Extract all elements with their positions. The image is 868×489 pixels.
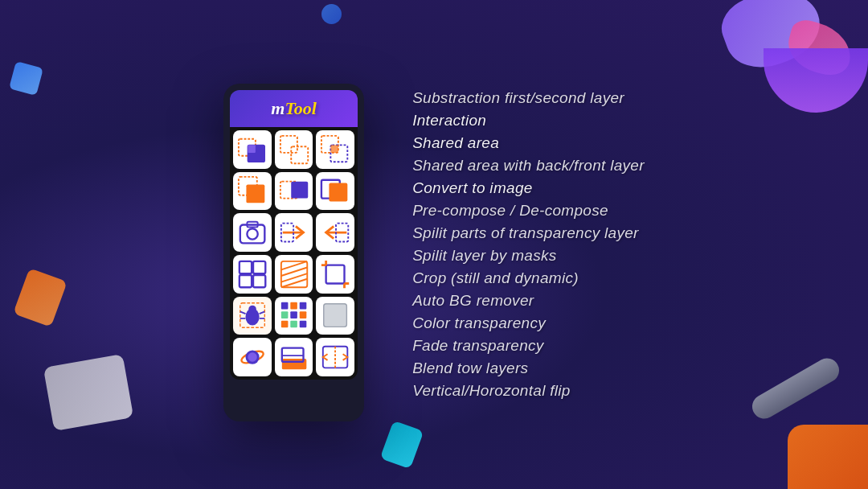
intersect-icon <box>320 134 350 165</box>
feature-item-13: Blend tow layers <box>412 360 645 377</box>
icon-cell-2[interactable] <box>275 130 313 169</box>
svg-rect-23 <box>240 275 252 287</box>
icon-grid <box>230 127 358 380</box>
main-content: mTool <box>0 0 868 489</box>
svg-rect-51 <box>324 304 347 327</box>
svg-rect-48 <box>280 321 288 328</box>
icon-cell-12[interactable] <box>316 255 354 294</box>
feature-item-11: Color transparency <box>412 314 645 332</box>
svg-rect-2 <box>248 145 256 153</box>
svg-rect-43 <box>290 302 297 310</box>
svg-rect-24 <box>253 275 265 287</box>
icon-cell-10[interactable] <box>233 255 272 294</box>
substraction-icon <box>237 134 268 165</box>
svg-rect-7 <box>331 145 339 153</box>
fill-square-icon <box>237 175 268 206</box>
icon-cell-13[interactable] <box>233 297 272 335</box>
white-square-icon <box>320 300 350 331</box>
phone-mockup: mTool <box>223 84 364 421</box>
icon-cell-7[interactable] <box>233 213 272 252</box>
logo-suffix: Tool <box>285 98 317 118</box>
icon-cell-14[interactable] <box>275 297 313 335</box>
icon-cell-18[interactable] <box>316 338 354 376</box>
svg-point-54 <box>248 352 256 361</box>
flip-icon <box>320 342 350 372</box>
overlap-square-icon <box>279 175 309 206</box>
feature-item-9: Crop (still and dynamic) <box>412 269 645 287</box>
svg-rect-47 <box>299 312 306 319</box>
arrow-left-icon <box>320 217 350 248</box>
icon-cell-6[interactable] <box>316 172 354 211</box>
app-logo: mTool <box>240 98 348 119</box>
svg-rect-4 <box>291 146 308 163</box>
icon-cell-4[interactable] <box>233 172 272 211</box>
svg-point-37 <box>248 306 256 314</box>
mosaic-icon <box>279 300 309 331</box>
lines-icon <box>279 259 309 290</box>
crop-icon <box>320 259 350 290</box>
icon-cell-17[interactable] <box>275 338 313 376</box>
svg-rect-13 <box>330 183 348 202</box>
svg-rect-11 <box>291 182 308 199</box>
icon-cell-16[interactable] <box>233 338 272 376</box>
svg-rect-9 <box>246 185 264 203</box>
arrow-right-icon <box>279 217 309 248</box>
icon-cell-11[interactable] <box>275 255 313 294</box>
feature-item-1: Substraction first/second layer <box>412 89 645 107</box>
svg-rect-22 <box>253 261 265 273</box>
feature-item-8: Spilit layer by masks <box>412 247 645 265</box>
icon-cell-3[interactable] <box>316 130 354 169</box>
phone-header: mTool <box>230 90 358 127</box>
feature-item-2: Interaction <box>412 112 645 129</box>
svg-line-38 <box>240 312 246 314</box>
svg-rect-50 <box>299 321 306 328</box>
icon-cell-9[interactable] <box>316 213 354 252</box>
saturn-icon <box>237 342 268 372</box>
feature-item-4: Shared area with back/front layer <box>412 157 645 175</box>
feature-item-5: Convert to image <box>412 179 645 197</box>
feature-item-12: Fade transparency <box>412 337 645 355</box>
grid-icon <box>237 259 268 290</box>
svg-rect-21 <box>240 261 252 273</box>
logo-prefix: m <box>271 98 285 118</box>
layer-square-icon <box>320 175 350 206</box>
svg-rect-30 <box>326 265 345 283</box>
feature-list: Substraction first/second layer Interact… <box>412 89 645 400</box>
svg-point-15 <box>247 228 257 239</box>
feature-item-6: Pre-compose / De-compose <box>412 202 645 220</box>
svg-rect-46 <box>290 312 297 319</box>
svg-rect-44 <box>299 302 306 310</box>
bug-icon <box>237 300 268 331</box>
icon-cell-8[interactable] <box>275 213 313 252</box>
svg-rect-49 <box>290 321 297 328</box>
icon-cell-1[interactable] <box>233 130 272 169</box>
feature-item-10: Auto BG remover <box>412 292 645 310</box>
icon-cell-5[interactable] <box>275 172 313 211</box>
feature-item-3: Shared area <box>412 134 645 152</box>
svg-rect-42 <box>280 302 288 310</box>
selection-icon <box>279 134 309 165</box>
camera-icon <box>237 217 268 248</box>
svg-rect-45 <box>280 312 288 319</box>
svg-line-40 <box>260 312 265 314</box>
feature-item-7: Spilit parts of transparency layer <box>412 224 645 242</box>
feature-item-14: Vertical/Horozontal flip <box>412 382 645 400</box>
svg-rect-3 <box>280 136 297 153</box>
layers-icon <box>279 342 309 372</box>
icon-cell-15[interactable] <box>316 297 354 335</box>
svg-rect-58 <box>323 347 348 368</box>
